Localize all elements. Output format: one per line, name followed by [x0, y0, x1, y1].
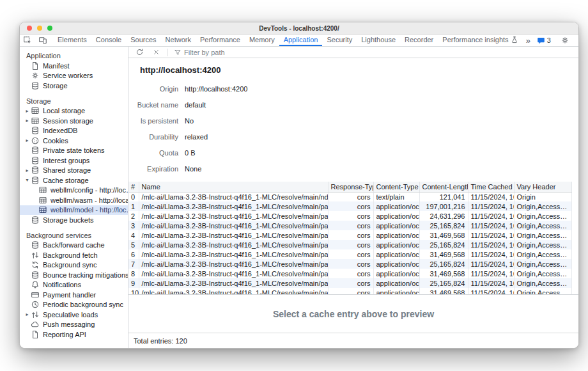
- sidebar-item-webllm-config-http-loc[interactable]: webllm/config - http://loc…: [20, 186, 128, 196]
- main-menu-button[interactable]: [573, 36, 579, 45]
- table-row[interactable]: 2/mlc-ai/Llama-3.2-3B-Instruct-q4f16_1-M…: [128, 211, 572, 221]
- tab-console[interactable]: Console: [91, 35, 126, 46]
- sidebar-item-background-sync[interactable]: Background sync: [20, 260, 128, 271]
- cell-content-type: application/oc…: [373, 278, 419, 288]
- cell-content-length: 24,631,296: [419, 211, 468, 221]
- sidebar-item-back-forward-cache[interactable]: Back/forward cache: [20, 241, 128, 251]
- table-row[interactable]: 10/mlc-ai/Llama-3.2-3B-Instruct-q4f16_1-…: [128, 288, 572, 294]
- sidebar-item-bounce-tracking-mitigations[interactable]: Bounce tracking mitigations: [20, 270, 128, 280]
- table-row[interactable]: 5/mlc-ai/Llama-3.2-3B-Instruct-q4f16_1-M…: [128, 240, 572, 249]
- sidebar-item-background-fetch[interactable]: Background fetch: [20, 250, 128, 260]
- chevron-down-icon[interactable]: ▾: [24, 177, 31, 183]
- cell-vary-header: Origin,Access…: [514, 230, 572, 240]
- chevron-right-icon[interactable]: ▸: [24, 168, 31, 173]
- table-row[interactable]: 4/mlc-ai/Llama-3.2-3B-Instruct-q4f16_1-M…: [128, 230, 572, 240]
- sidebar-item-storage[interactable]: Storage: [20, 81, 128, 91]
- cell-name: /mlc-ai/Llama-3.2-3B-Instruct-q4f16_1-ML…: [139, 192, 328, 201]
- tab-performance-insights[interactable]: Performance insights: [438, 35, 522, 46]
- sidebar-item-periodic-background-sync[interactable]: Periodic background sync: [20, 300, 128, 310]
- cell-content-length: 25,165,824: [419, 259, 468, 269]
- chevron-right-icon[interactable]: ▸: [24, 118, 31, 123]
- inspect-element-button[interactable]: [20, 35, 35, 46]
- sidebar-item-push-messaging[interactable]: Push messaging: [20, 320, 128, 330]
- sidebar-item-webllm-model-http-loc[interactable]: webllm/model - http://loc…: [20, 205, 128, 216]
- table-row[interactable]: 9/mlc-ai/Llama-3.2-3B-Instruct-q4f16_1-M…: [128, 278, 572, 288]
- sidebar-item-reporting-api[interactable]: Reporting API: [20, 329, 128, 340]
- sidebar-item-notifications[interactable]: Notifications: [20, 280, 128, 290]
- sidebar-item-cookies[interactable]: ▸Cookies: [20, 136, 128, 146]
- tab-elements[interactable]: Elements: [53, 35, 91, 46]
- column-header-time-cached[interactable]: Time Cached: [468, 182, 514, 192]
- issues-counter[interactable]: 3: [534, 36, 554, 45]
- sidebar-item-cache-storage[interactable]: ▾Cache storage: [20, 175, 128, 186]
- cell-content-type: application/oc…: [373, 201, 419, 211]
- sidebar-item-label: Storage: [43, 82, 128, 90]
- tab-performance[interactable]: Performance: [196, 35, 245, 46]
- chevron-right-icon[interactable]: ▸: [24, 138, 31, 143]
- table-header-row: #NameResponse-TypeContent-TypeContent-Le…: [128, 182, 572, 192]
- tab-sources[interactable]: Sources: [126, 35, 160, 46]
- preview-pane: Select a cache entry above to preview: [128, 294, 578, 333]
- table-row[interactable]: 8/mlc-ai/Llama-3.2-3B-Instruct-q4f16_1-M…: [128, 269, 572, 278]
- tab-network[interactable]: Network: [161, 35, 196, 46]
- column-header-content-length[interactable]: Content-Length: [419, 182, 468, 192]
- table-row[interactable]: 6/mlc-ai/Llama-3.2-3B-Instruct-q4f16_1-M…: [128, 249, 572, 259]
- tab-recorder[interactable]: Recorder: [400, 35, 438, 46]
- sidebar-item-private-state-tokens[interactable]: Private state tokens: [20, 146, 128, 156]
- sidebar-item-payment-handler[interactable]: Payment handler: [20, 290, 128, 300]
- refresh-button[interactable]: [132, 48, 147, 56]
- chevron-right-icon[interactable]: ▸: [24, 312, 31, 317]
- tab-lighthouse[interactable]: Lighthouse: [357, 35, 400, 46]
- sidebar-item-service-workers[interactable]: Service workers: [20, 71, 128, 81]
- table-row[interactable]: 3/mlc-ai/Llama-3.2-3B-Instruct-q4f16_1-M…: [128, 221, 572, 230]
- sidebar-item-shared-storage[interactable]: ▸Shared storage: [20, 166, 128, 176]
- column-header-response-type[interactable]: Response-Type: [328, 182, 373, 192]
- settings-button[interactable]: [557, 36, 573, 45]
- column-header-name[interactable]: Name: [139, 182, 328, 192]
- cache-origin-title: http://localhost:4200: [128, 58, 578, 81]
- column-header-vary-header[interactable]: Vary Header: [514, 182, 572, 192]
- tab-label: Performance: [200, 36, 240, 43]
- column-header-[interactable]: #: [128, 182, 139, 192]
- tab-application[interactable]: Application: [279, 35, 323, 46]
- sidebar-item-storage-buckets[interactable]: Storage buckets: [20, 215, 128, 225]
- sidebar-item-session-storage[interactable]: ▸Session storage: [20, 116, 128, 126]
- cell-name: /mlc-ai/Llama-3.2-3B-Instruct-q4f16_1-ML…: [139, 288, 328, 294]
- sidebar-item-webllm-wasm-http-loca[interactable]: webllm/wasm - http://loca…: [20, 195, 128, 205]
- device-toolbar-button[interactable]: [35, 35, 50, 46]
- filter-input[interactable]: Filter by path: [171, 49, 228, 56]
- tab-label: Security: [327, 36, 352, 43]
- flask-icon: [511, 36, 518, 43]
- sidebar-item-local-storage[interactable]: ▸Local storage: [20, 106, 128, 116]
- chevron-right-icon[interactable]: ▸: [24, 108, 31, 114]
- cache-entries-table: #NameResponse-TypeContent-TypeContent-Le…: [128, 182, 572, 294]
- sidebar-item-indexeddb[interactable]: IndexedDB: [20, 126, 128, 136]
- table-row[interactable]: 0/mlc-ai/Llama-3.2-3B-Instruct-q4f16_1-M…: [128, 192, 572, 201]
- table-row[interactable]: 7/mlc-ai/Llama-3.2-3B-Instruct-q4f16_1-M…: [128, 259, 572, 269]
- grid-icon: [31, 116, 40, 125]
- more-tabs-button[interactable]: »: [523, 36, 534, 45]
- table-row[interactable]: 1/mlc-ai/Llama-3.2-3B-Instruct-q4f16_1-M…: [128, 201, 572, 211]
- cell-: 9: [128, 278, 139, 288]
- cell-: 2: [128, 211, 139, 221]
- tab-memory[interactable]: Memory: [245, 35, 279, 46]
- toolbar-divider: [167, 49, 167, 56]
- sidebar-item-interest-groups[interactable]: Interest groups: [20, 155, 128, 166]
- delete-selected-button[interactable]: [150, 49, 163, 56]
- detail-label: Bucket name: [128, 101, 178, 109]
- sidebar-item-label: webllm/model - http://loc…: [50, 206, 128, 214]
- cell-time-cached: 11/15/2024, 10…: [468, 240, 514, 249]
- tab-label: Elements: [58, 36, 87, 43]
- document-icon: [31, 61, 40, 70]
- column-header-content-type[interactable]: Content-Type: [373, 182, 419, 192]
- sidebar-item-speculative-loads[interactable]: ▸Speculative loads: [20, 310, 128, 320]
- sidebar-item-manifest[interactable]: Manifest: [20, 61, 128, 71]
- cache-scroll-area[interactable]: http://localhost:4200 Originhttp://local…: [128, 58, 578, 294]
- tab-label: Application: [284, 36, 318, 43]
- cell-: 3: [128, 221, 139, 230]
- cell-time-cached: 11/15/2024, 10…: [468, 201, 514, 211]
- tab-security[interactable]: Security: [322, 35, 357, 46]
- sidebar-item-label: Local storage: [43, 107, 128, 114]
- tab-label: Recorder: [405, 36, 433, 43]
- window-titlebar: DevTools - localhost:4200/: [20, 22, 578, 35]
